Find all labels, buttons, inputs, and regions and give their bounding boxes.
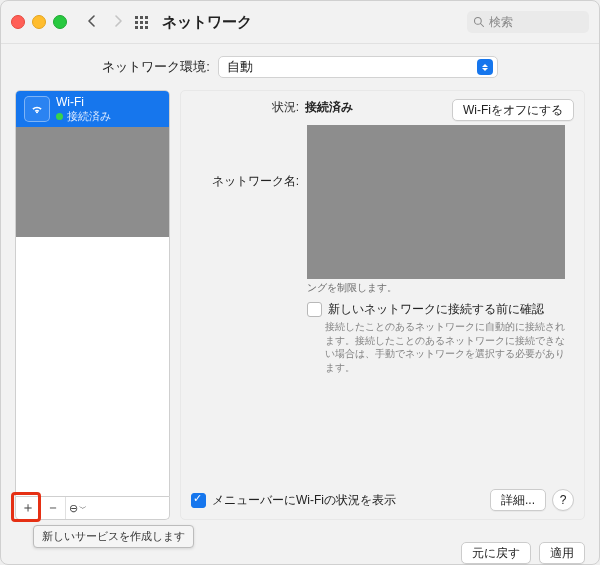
zoom-window-button[interactable] [53,15,67,29]
location-selected-value: 自動 [227,58,253,76]
redacted-detail [307,125,565,279]
wifi-icon [24,96,50,122]
service-list-footer: ＋ － ⊖﹀ [15,497,170,520]
service-actions-button[interactable]: ⊖﹀ [66,497,90,519]
minimize-window-button[interactable] [32,15,46,29]
titlebar: ネットワーク 検索 [1,1,599,44]
location-row: ネットワーク環境: 自動 [1,44,599,90]
remove-service-button[interactable]: － [41,497,66,519]
search-placeholder: 検索 [489,14,513,31]
back-button[interactable] [83,15,101,29]
detail-panel: 状況: 接続済み Wi-Fiをオフにする ネットワーク名: ングを制限します。 … [180,90,585,520]
status-line: 状況: 接続済み Wi-Fiをオフにする [191,99,574,121]
service-list: Wi-Fi 接続済み [15,90,170,497]
add-service-button[interactable]: ＋ [16,497,41,519]
status-label: 状況: [191,99,299,116]
search-input[interactable]: 検索 [467,11,589,33]
service-name: Wi-Fi [56,95,111,109]
traffic-lights [11,15,67,29]
svg-line-1 [481,24,484,27]
redacted-services [16,127,169,237]
service-list-empty [16,237,169,496]
help-button[interactable]: ? [552,489,574,511]
detail-bottom-row: メニューバーにWi-Fiの状況を表示 詳細... ? [191,489,574,511]
turn-wifi-off-button[interactable]: Wi-Fiをオフにする [452,99,574,121]
confirm-before-join-label: 新しいネットワークに接続する前に確認 [328,301,544,318]
select-stepper-icon [477,59,493,75]
advanced-button[interactable]: 詳細... [490,489,546,511]
show-in-menubar-checkbox[interactable] [191,493,206,508]
apply-button[interactable]: 適用 [539,542,585,564]
network-prefs-window: ネットワーク 検索 ネットワーク環境: 自動 Wi-Fi [0,0,600,565]
location-select[interactable]: 自動 [218,56,498,78]
search-icon [473,16,485,28]
status-value: 接続済み [305,99,353,116]
revert-button[interactable]: 元に戻す [461,542,531,564]
close-window-button[interactable] [11,15,25,29]
window-title: ネットワーク [162,13,252,32]
confirm-before-join-note: 接続したことのあるネットワークに自動的に接続されます。接続したことのあるネットワ… [325,320,565,374]
status-dot-icon [56,113,63,120]
service-text: Wi-Fi 接続済み [56,95,111,123]
show-in-menubar-row: メニューバーにWi-Fiの状況を表示 [191,492,396,509]
add-service-tooltip: 新しいサービスを作成します [33,525,194,548]
main-area: Wi-Fi 接続済み ＋ － ⊖﹀ 新しいサービスを作成します [1,90,599,534]
confirm-before-join-row: 新しいネットワークに接続する前に確認 [307,301,574,318]
chevron-down-icon: ﹀ [79,503,87,514]
show-all-icon[interactable] [135,16,148,29]
forward-button[interactable] [109,15,127,29]
show-in-menubar-label: メニューバーにWi-Fiの状況を表示 [212,492,396,509]
service-item-wifi[interactable]: Wi-Fi 接続済み [16,91,169,127]
confirm-before-join-checkbox[interactable] [307,302,322,317]
service-status: 接続済み [67,110,111,123]
network-name-label: ネットワーク名: [191,173,299,190]
location-label: ネットワーク環境: [102,58,210,76]
sidebar: Wi-Fi 接続済み ＋ － ⊖﹀ 新しいサービスを作成します [15,90,170,520]
redacted-tail-text: ングを制限します。 [307,281,574,295]
